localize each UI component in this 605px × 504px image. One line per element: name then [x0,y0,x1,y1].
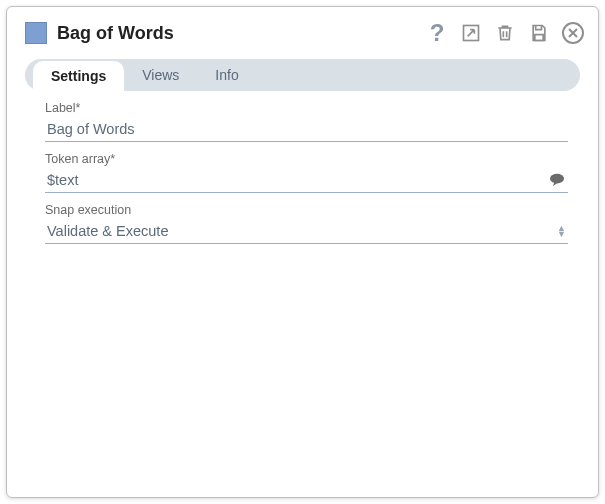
dialog-title: Bag of Words [57,23,174,44]
dialog-window: Bag of Words ? [6,6,599,498]
form-area: Label* Bag of Words Token array* $text S… [7,91,598,497]
snap-execution-select[interactable]: Validate & Execute ▲ ▼ [45,218,568,244]
tab-views[interactable]: Views [124,59,197,91]
field-token-array: Token array* $text [45,152,568,193]
save-icon[interactable] [528,22,550,44]
help-icon[interactable]: ? [426,22,448,44]
tab-info[interactable]: Info [197,59,256,91]
close-icon[interactable] [562,22,584,44]
svg-point-1 [550,173,564,183]
tab-bar: Settings Views Info [25,59,580,91]
chevron-updown-icon: ▲ ▼ [557,225,568,237]
trash-icon[interactable] [494,22,516,44]
label-value: Bag of Words [47,119,568,139]
field-label: Label* Bag of Words [45,101,568,142]
label-caption: Label* [45,101,568,115]
export-icon[interactable] [460,22,482,44]
snap-execution-caption: Snap execution [45,203,568,217]
token-array-value: $text [47,170,548,190]
titlebar-actions: ? [426,22,584,44]
suggest-icon[interactable] [548,173,568,187]
label-input[interactable]: Bag of Words [45,116,568,142]
token-array-caption: Token array* [45,152,568,166]
snap-execution-value: Validate & Execute [47,221,557,241]
titlebar: Bag of Words ? [7,7,598,59]
field-snap-execution: Snap execution Validate & Execute ▲ ▼ [45,203,568,244]
tab-settings[interactable]: Settings [33,61,124,91]
token-array-input[interactable]: $text [45,167,568,193]
snap-color-swatch [25,22,47,44]
